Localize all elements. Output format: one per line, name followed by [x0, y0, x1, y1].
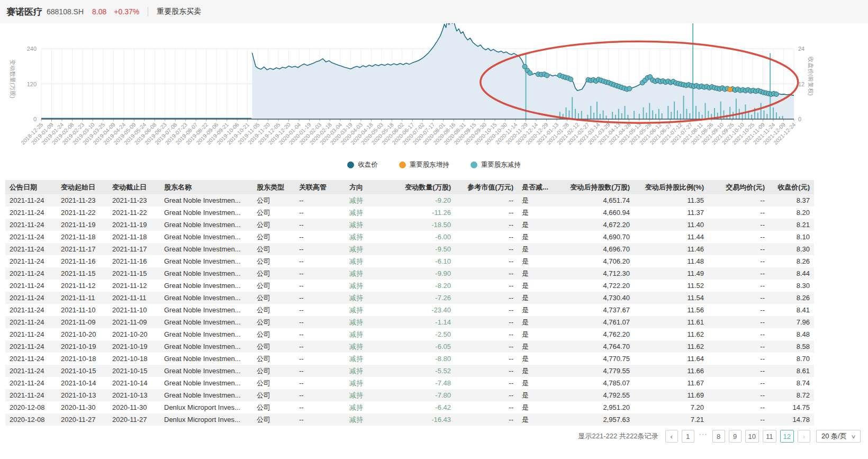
table-cell: --	[295, 316, 345, 328]
table-cell: 公司	[252, 255, 295, 267]
legend-item-收盘价[interactable]: 收盘价	[347, 160, 378, 169]
table-cell: 公司	[252, 219, 295, 231]
stock-code: 688108.SH	[47, 7, 84, 16]
left-axis-title: 变动数量(万股)	[10, 59, 16, 98]
page-button-10[interactable]: 10	[745, 430, 759, 443]
stock-price: 8.08	[92, 7, 106, 16]
buy-point-marker[interactable]	[728, 87, 733, 92]
table-row: 2020-12-082020-11-302020-11-30Denlux Mic…	[5, 401, 814, 413]
page-button-11[interactable]: 11	[763, 430, 776, 443]
sell-point-marker[interactable]	[568, 77, 573, 82]
table-cell: 2021-11-17	[108, 243, 160, 255]
legend-item-重要股东减持[interactable]: 重要股东减持	[471, 160, 521, 169]
table-cell: 是	[518, 413, 560, 426]
page-button-8[interactable]: 8	[712, 430, 725, 443]
table-cell: 2021-10-13	[57, 389, 108, 401]
table-cell: 是	[518, 292, 560, 304]
table-cell: 2021-11-18	[57, 231, 108, 243]
sell-point-marker[interactable]	[528, 70, 532, 75]
column-header: 股东类型	[252, 180, 295, 194]
page-button-1[interactable]: 1	[682, 430, 694, 443]
page-size-select[interactable]: 20 条/页 ∨	[816, 430, 861, 443]
table-cell: --	[295, 231, 345, 243]
prev-page-button[interactable]: ‹	[665, 430, 678, 443]
sell-point-marker[interactable]	[545, 73, 549, 78]
legend-label: 收盘价	[358, 160, 378, 169]
legend-dot-icon	[471, 161, 477, 168]
table-cell: 是	[518, 340, 560, 353]
next-page-button[interactable]: ›	[798, 430, 810, 443]
table-cell: Great Noble Investmen...	[160, 194, 252, 206]
column-header: 方向	[345, 180, 395, 194]
chart-canvas[interactable]: 2018-12-252019-01-092019-01-242019-02-08…	[0, 23, 868, 157]
legend-label: 重要股东增持	[410, 160, 449, 169]
table-cell: 8.26	[769, 255, 814, 267]
tab-important-shareholder-trades[interactable]: 重要股东买卖	[157, 7, 201, 16]
table-row: 2020-12-082020-11-272020-11-27Denlux Mic…	[5, 413, 814, 426]
table-cell: --	[295, 206, 345, 219]
table-cell: -8.80	[395, 353, 455, 365]
table-cell: -9.20	[395, 194, 455, 206]
table-row: 2021-11-242021-10-152021-10-15Great Nobl…	[5, 365, 814, 377]
trades-table-wrap: 公告日期变动起始日变动截止日股东名称股东类型关联高管方向变动数量(万股)参考市值…	[5, 180, 868, 426]
table-cell: 2021-11-18	[108, 231, 160, 243]
table-cell: 2021-11-11	[108, 292, 160, 304]
table-cell: --	[708, 389, 769, 401]
table-cell: 公司	[252, 280, 295, 292]
table-cell: --	[708, 316, 769, 328]
table-cell: --	[708, 292, 769, 304]
table-cell: Great Noble Investmen...	[160, 243, 252, 255]
table-cell: 11.69	[634, 389, 708, 401]
table-cell: 2021-11-24	[5, 231, 57, 243]
column-header: 变动起始日	[57, 180, 108, 194]
table-cell: 11.44	[634, 231, 708, 243]
table-header-row: 公告日期变动起始日变动截止日股东名称股东类型关联高管方向变动数量(万股)参考市值…	[5, 180, 814, 194]
table-cell: --	[708, 413, 769, 426]
column-header: 变动截止日	[108, 180, 160, 194]
table-cell: 是	[518, 267, 560, 280]
page-button-12[interactable]: 12	[780, 430, 794, 443]
table-cell: 是	[518, 255, 560, 267]
table-cell: 8.44	[769, 267, 814, 280]
table-cell: 减持	[345, 377, 395, 389]
table-cell: -8.20	[395, 280, 455, 292]
sell-point-marker[interactable]	[627, 86, 632, 91]
table-cell: -7.48	[395, 377, 455, 389]
table-cell: 减持	[345, 280, 395, 292]
trades-table: 公告日期变动起始日变动截止日股东名称股东类型关联高管方向变动数量(万股)参考市值…	[5, 180, 814, 426]
table-cell: Great Noble Investmen...	[160, 328, 252, 340]
table-cell: 8.70	[769, 353, 814, 365]
table-cell: --	[455, 267, 518, 280]
page-button-9[interactable]: 9	[729, 430, 742, 443]
table-cell: -7.26	[395, 292, 455, 304]
table-row: 2021-11-242021-10-202021-10-20Great Nobl…	[5, 328, 814, 340]
table-cell: 11.61	[634, 316, 708, 328]
table-cell: Great Noble Investmen...	[160, 353, 252, 365]
table-cell: --	[708, 401, 769, 413]
table-cell: 8.58	[769, 340, 814, 353]
table-cell: 是	[518, 353, 560, 365]
header-divider	[148, 7, 148, 16]
column-header: 变动后持股数(万股)	[560, 180, 634, 194]
page-number-buttons: 1···89101112	[682, 430, 794, 443]
stock-name: 赛诺医疗	[6, 6, 42, 18]
legend-item-重要股东增持[interactable]: 重要股东增持	[399, 160, 449, 169]
table-cell: 2021-10-19	[108, 340, 160, 353]
legend-dot-icon	[399, 161, 406, 168]
table-cell: 减持	[345, 206, 395, 219]
table-cell: Great Noble Investmen...	[160, 340, 252, 353]
table-cell: --	[708, 328, 769, 340]
table-cell: 公司	[252, 401, 295, 413]
chevron-down-icon: ∨	[851, 434, 856, 439]
table-cell: 减持	[345, 389, 395, 401]
table-cell: 减持	[345, 316, 395, 328]
table-cell: 11.66	[634, 365, 708, 377]
table-cell: 公司	[252, 316, 295, 328]
sell-point-marker[interactable]	[774, 92, 779, 96]
table-cell: 2021-11-24	[5, 243, 57, 255]
shareholder-trade-chart[interactable]: 2018-12-252019-01-092019-01-242019-02-08…	[0, 23, 868, 157]
table-cell: 4,737.67	[560, 304, 634, 316]
table-cell: 2,957.63	[560, 413, 634, 426]
table-cell: 11.52	[634, 280, 708, 292]
table-cell: 4,712.30	[560, 267, 634, 280]
